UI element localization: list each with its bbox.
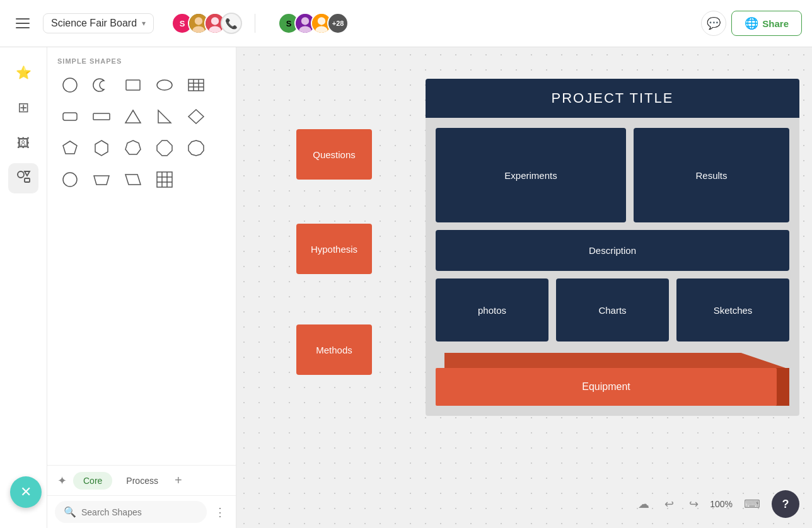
project-title-bar: PROJECT TITLE: [426, 79, 799, 118]
shape-octagon[interactable]: [152, 135, 177, 161]
keyboard-button[interactable]: ⌨: [740, 493, 764, 515]
board-title-container[interactable]: Science Fair Board ▾: [43, 13, 154, 33]
svg-marker-24: [125, 110, 141, 123]
tab-core[interactable]: Core: [73, 472, 112, 490]
sidebar-item-grid[interactable]: ⊞: [8, 93, 38, 123]
shape-diamond[interactable]: [183, 104, 209, 129]
svg-point-12: [18, 171, 24, 178]
svg-marker-31: [188, 141, 204, 156]
avatar-phone[interactable]: 📞: [221, 13, 242, 34]
zoom-label: 100%: [710, 499, 733, 509]
search-row: 🔍 ⋮: [47, 495, 236, 528]
bottom-bar: ☁ ↩ ↪ 100% ⌨ ?: [634, 490, 799, 518]
question-mark-icon: ?: [782, 498, 789, 510]
svg-point-16: [157, 80, 172, 90]
shape-table[interactable]: [183, 72, 209, 98]
experiments-cell[interactable]: Experiments: [436, 128, 626, 222]
shape-heptagon[interactable]: [120, 135, 146, 161]
svg-marker-27: [63, 141, 77, 154]
shapes-row: [57, 72, 226, 98]
results-cell[interactable]: Results: [634, 128, 789, 222]
board-row-1: Experiments Results: [436, 128, 789, 222]
sketches-label: Sketches: [714, 305, 753, 316]
charts-cell[interactable]: Charts: [556, 278, 669, 341]
shape-decagon[interactable]: [183, 135, 209, 161]
cloud-button[interactable]: ☁: [634, 493, 653, 515]
shape-crescent[interactable]: [89, 72, 114, 98]
shapes-row: [57, 167, 226, 192]
board-title: Science Fair Board: [51, 18, 137, 29]
results-label: Results: [695, 170, 727, 181]
vertical-divider: [255, 14, 255, 33]
header: Science Fair Board ▾ S 📞 S +28 💬 🌐: [0, 0, 812, 47]
charts-label: Charts: [598, 305, 626, 316]
redo-button[interactable]: ↪: [685, 493, 702, 515]
hamburger-button[interactable]: [10, 11, 35, 36]
svg-point-14: [63, 78, 77, 92]
hamburger-icon: [16, 18, 30, 28]
svg-marker-33: [94, 176, 109, 185]
shapes-section-label: SIMPLE SHAPES: [57, 57, 226, 65]
board-content: PROJECT TITLE Experiments Results Descri…: [426, 79, 799, 416]
svg-point-10: [318, 17, 325, 25]
header-right: 💬 🌐 Share: [701, 11, 802, 36]
collaborators-avatars-2: S +28: [278, 13, 349, 34]
shapes-row: [57, 135, 226, 161]
sketches-cell[interactable]: Sketches: [676, 278, 789, 341]
shapes-panel: SIMPLE SHAPES: [47, 47, 236, 528]
hypothesis-card[interactable]: Hypothesis: [296, 224, 372, 274]
project-title: PROJECT TITLE: [552, 90, 674, 106]
shape-parallelogram[interactable]: [120, 167, 146, 192]
shape-grid[interactable]: [152, 167, 177, 192]
close-icon: ✕: [20, 484, 32, 500]
shape-pentagon[interactable]: [57, 135, 83, 161]
board-row-2: Description: [436, 230, 789, 271]
favorites-tab-icon[interactable]: ✦: [55, 471, 69, 490]
undo-button[interactable]: ↩: [661, 493, 678, 515]
svg-point-4: [211, 17, 219, 25]
shape-triangle[interactable]: [120, 104, 146, 129]
sidebar-item-favorites[interactable]: ⭐: [8, 57, 38, 88]
svg-marker-26: [188, 110, 204, 123]
sidebar-item-image[interactable]: 🖼: [8, 128, 38, 158]
shape-rectangle[interactable]: [120, 72, 146, 98]
svg-rect-32: [63, 173, 77, 187]
cloud-icon: ☁: [638, 498, 649, 510]
tab-process[interactable]: Process: [116, 472, 168, 490]
shape-rounded-circle[interactable]: [57, 167, 83, 192]
questions-label: Questions: [313, 149, 356, 160]
share-button[interactable]: 🌐 Share: [731, 11, 802, 36]
shape-wide-rect[interactable]: [89, 104, 114, 129]
questions-card[interactable]: Questions: [296, 129, 372, 180]
equipment-cell[interactable]: Equipment: [436, 368, 777, 406]
shape-circle[interactable]: [57, 72, 83, 98]
board-main: Experiments Results Description photos C…: [426, 118, 799, 416]
description-label: Description: [589, 245, 636, 256]
sidebar-item-shapes[interactable]: [8, 163, 38, 193]
image-icon: 🖼: [17, 136, 30, 151]
shape-rounded-rect[interactable]: [57, 104, 83, 129]
more-options-button[interactable]: ⋮: [212, 503, 228, 522]
svg-rect-23: [93, 113, 110, 120]
help-button[interactable]: ?: [772, 490, 799, 518]
svg-marker-30: [157, 141, 172, 156]
chat-button[interactable]: 💬: [701, 11, 726, 36]
avatar-count[interactable]: +28: [327, 13, 349, 34]
equipment-top: [444, 353, 789, 369]
add-tab-button[interactable]: +: [172, 471, 185, 490]
shape-trapezoid[interactable]: [89, 167, 114, 192]
description-cell[interactable]: Description: [436, 230, 789, 271]
shape-ellipse[interactable]: [152, 72, 177, 98]
methods-card[interactable]: Methods: [296, 324, 372, 375]
share-label: Share: [762, 18, 789, 29]
canvas-area[interactable]: Questions Hypothesis Methods PROJECT TIT…: [236, 47, 812, 528]
shape-hexagon[interactable]: [89, 135, 114, 161]
svg-rect-13: [25, 178, 30, 182]
grid-icon: ⊞: [18, 100, 29, 116]
star-icon: ⭐: [16, 65, 32, 80]
photos-cell[interactable]: photos: [436, 278, 548, 341]
shape-right-triangle[interactable]: [152, 104, 177, 129]
shapes-icon: [16, 169, 31, 188]
search-input[interactable]: [81, 507, 198, 517]
close-button[interactable]: ✕: [10, 476, 42, 508]
